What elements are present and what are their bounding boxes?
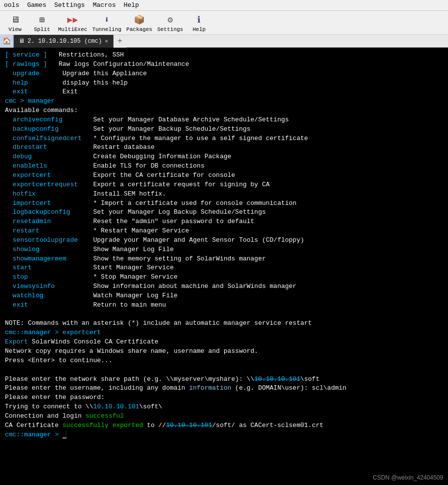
tunneling-icon: ⬇ bbox=[100, 13, 114, 27]
terminal-line: exit Exit bbox=[5, 87, 443, 97]
terminal-connection: Connection and login successful bbox=[5, 412, 443, 421]
tab-bar: 🏠 🖥 2. 10.10.10.105 (cmc) ✕ + bbox=[0, 35, 448, 48]
terminal-line: enabletls Enable TLS for DB connections bbox=[5, 162, 443, 171]
terminal-ca-cert: CA Certificate successfully exported to … bbox=[5, 421, 443, 430]
terminal-password: Please enter the password: bbox=[5, 393, 443, 402]
split-icon: ⊞ bbox=[35, 13, 49, 27]
terminal-prompt-exportcert: cmc::manager > exportcert bbox=[5, 328, 443, 338]
home-button[interactable]: 🏠 bbox=[0, 35, 14, 48]
terminal-line: exit Return to main menu bbox=[5, 301, 443, 310]
toolbar-multiexec[interactable]: ▶▶ MultiExec bbox=[58, 13, 87, 32]
toolbar-tunneling[interactable]: ⬇ Tunneling bbox=[92, 13, 121, 32]
terminal-line: hotfix Install SEM hotfix. bbox=[5, 190, 443, 199]
toolbar-settings[interactable]: ⚙ Settings bbox=[157, 13, 183, 32]
terminal-line: sensortoolupgrade Upgrade your Manager a… bbox=[5, 236, 443, 245]
terminal-line: Available commands: bbox=[5, 106, 443, 115]
watermark: CSDN @weixin_42404509 bbox=[373, 474, 443, 481]
toolbar-split-label: Split bbox=[34, 27, 50, 32]
terminal-line: confselfsignedcert * Configure the manag… bbox=[5, 134, 443, 143]
terminal-line: viewsysinfo Show information about machi… bbox=[5, 282, 443, 291]
toolbar-view-label: View bbox=[8, 27, 21, 32]
terminal-line: upgrade Upgrade this Appliance bbox=[5, 69, 443, 79]
terminal-line: [ service ] Restrictions, SSH bbox=[5, 51, 443, 60]
terminal-line bbox=[5, 310, 443, 319]
toolbar: 🖥 View ⊞ Split ▶▶ MultiExec ⬇ Tunneling … bbox=[0, 11, 448, 35]
terminal-line: importcert * Import a certificate used f… bbox=[5, 199, 443, 208]
terminal-line: debug Create Debugging Information Packa… bbox=[5, 152, 443, 162]
terminal-line: resetadmin Reset the "admin" user passwo… bbox=[5, 217, 443, 227]
menu-games[interactable]: Games bbox=[27, 1, 46, 9]
toolbar-tunneling-label: Tunneling bbox=[92, 27, 121, 32]
settings-icon: ⚙ bbox=[163, 13, 177, 27]
toolbar-help-label: Help bbox=[193, 27, 206, 32]
menu-macros[interactable]: Macros bbox=[93, 1, 116, 9]
terminal-line: cmc > manager bbox=[5, 97, 443, 106]
multiexec-icon: ▶▶ bbox=[66, 13, 80, 27]
terminal-line: watchlog Watch Manager Log File bbox=[5, 291, 443, 301]
terminal-trying: Trying to connect to \\10.10.10.101\soft… bbox=[5, 402, 443, 412]
terminal-network-copy: Network copy requires a Windows share na… bbox=[5, 347, 443, 356]
terminal-share-path: Please enter the network share path (e.g… bbox=[5, 375, 443, 384]
terminal-note-line: NOTE: Commands with an asterisk (*) incl… bbox=[5, 319, 443, 328]
toolbar-packages[interactable]: 📦 Packages bbox=[126, 13, 152, 32]
terminal-username: Please enter the username, including any… bbox=[5, 384, 443, 393]
terminal-line: start Start Manager Service bbox=[5, 263, 443, 273]
terminal-line: exportcertrequest Export a certificate r… bbox=[5, 180, 443, 190]
terminal-line: exportcert Export the CA certificate for… bbox=[5, 171, 443, 180]
toolbar-settings-label: Settings bbox=[157, 27, 183, 32]
terminal-line: showmanagermem Show the memory setting o… bbox=[5, 255, 443, 264]
terminal-line: stop * Stop Manager Service bbox=[5, 273, 443, 282]
new-tab-button[interactable]: + bbox=[114, 35, 126, 48]
terminal-final-prompt: cmc::manager > █ bbox=[5, 430, 443, 440]
terminal-tab-title: 2. 10.10.10.105 (cmc) bbox=[28, 38, 102, 45]
menu-settings[interactable]: Settings bbox=[54, 1, 85, 9]
menu-tools[interactable]: ools bbox=[4, 1, 19, 9]
terminal-line: logbackupconfig Set your Manager Log Bac… bbox=[5, 208, 443, 217]
help-icon: ℹ bbox=[192, 13, 206, 27]
toolbar-help[interactable]: ℹ Help bbox=[188, 13, 210, 32]
view-icon: 🖥 bbox=[8, 13, 22, 27]
terminal-tab[interactable]: 🖥 2. 10.10.10.105 (cmc) ✕ bbox=[14, 35, 114, 48]
toolbar-multiexec-label: MultiExec bbox=[58, 27, 87, 32]
toolbar-view[interactable]: 🖥 View bbox=[4, 13, 26, 32]
terminal-line: help display this help bbox=[5, 79, 443, 88]
terminal-line bbox=[5, 366, 443, 375]
terminal-line: [ rawlogs ] Raw logs Configuration/Maint… bbox=[5, 60, 443, 69]
terminal-line: dbrestart Restart database bbox=[5, 143, 443, 152]
terminal-export-header: Export SolarWinds Console CA Certificate bbox=[5, 338, 443, 347]
toolbar-split[interactable]: ⊞ Split bbox=[31, 13, 53, 32]
tab-close-button[interactable]: ✕ bbox=[105, 38, 108, 44]
terminal-press-enter: Press <Enter> to continue... bbox=[5, 356, 443, 366]
terminal-line: restart * Restart Manager Service bbox=[5, 227, 443, 236]
terminal-line: archiveconfig Set your Manager Database … bbox=[5, 115, 443, 125]
packages-icon: 📦 bbox=[132, 13, 146, 27]
toolbar-packages-label: Packages bbox=[126, 27, 152, 32]
menu-bar: ools Games Settings Macros Help bbox=[0, 0, 448, 11]
terminal-output[interactable]: [ service ] Restrictions, SSH [ rawlogs … bbox=[0, 48, 448, 485]
terminal-line: showlog Show Manager Log File bbox=[5, 245, 443, 255]
menu-help[interactable]: Help bbox=[123, 1, 139, 9]
terminal-line: backupconfig Set your Manager Backup Sch… bbox=[5, 125, 443, 134]
terminal-tab-icon: 🖥 bbox=[19, 37, 25, 45]
